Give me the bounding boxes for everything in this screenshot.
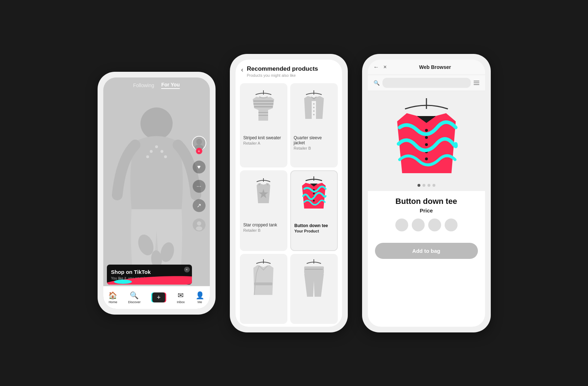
svg-point-9 [196, 139, 202, 144]
shop-banner[interactable]: × Shop on TikTok You like it, you want i… [107, 265, 192, 285]
sweater-retailer: Retailer A [243, 141, 284, 145]
product-card-pants[interactable] [290, 254, 338, 324]
browser-menu-icon[interactable] [474, 81, 479, 85]
color-swatch-4[interactable] [445, 219, 458, 231]
tee-svg [298, 176, 330, 216]
product-card-tee[interactable]: Button down tee Your Product [290, 170, 338, 251]
plus-center: + [152, 292, 165, 302]
nav-create[interactable]: + [151, 292, 166, 302]
sweater-name: Striped knit sweater [243, 135, 284, 140]
product-card-sweater[interactable]: Striped knit sweater Retailer A [240, 83, 287, 167]
tank-svg [250, 178, 277, 212]
jacket-name: Quarter sleeve jacket [294, 135, 334, 145]
color-swatch-2[interactable] [412, 219, 425, 231]
jacket-image [290, 83, 338, 133]
figure-silhouette-svg [110, 95, 203, 291]
comment-button[interactable]: ··· [193, 180, 206, 192]
robe-info [240, 304, 287, 310]
nav-home[interactable]: 🏠 Home [108, 291, 117, 304]
tab-foryou[interactable]: For You [161, 82, 180, 89]
tee-name: Button down tee [295, 223, 333, 228]
tee-info: Button down tee Your Product [291, 221, 337, 237]
nav-discover-label: Discover [128, 300, 140, 304]
product-card-robe[interactable] [240, 254, 287, 324]
tank-name: Star cropped tank [243, 222, 284, 227]
jacket-svg [299, 90, 329, 126]
reco-title-block: Recommended products Products you might … [247, 65, 336, 77]
browser-close-button[interactable]: × [384, 64, 387, 70]
reco-back-button[interactable]: ‹ [241, 66, 243, 74]
color-swatch-3[interactable] [428, 219, 441, 231]
svg-point-21 [313, 107, 315, 108]
color-swatch-1[interactable] [395, 219, 408, 231]
browser-url-input[interactable] [382, 78, 471, 88]
nav-me[interactable]: 👤 Me [196, 291, 204, 304]
reco-subtitle: Products you might also like [247, 73, 336, 77]
product-large-image [387, 98, 466, 184]
browser-screen: ← × Web Browser 🔍 [368, 60, 485, 327]
reco-screen: ‹ Recommended products Products you migh… [236, 60, 342, 327]
products-grid: Striped knit sweater Retailer A [236, 80, 342, 327]
svg-point-30 [313, 200, 315, 201]
tee-image [291, 171, 337, 221]
video-avatar [193, 218, 206, 231]
follow-plus-badge[interactable]: + [196, 147, 202, 154]
browser-back-button[interactable]: ← [374, 64, 379, 70]
tank-retailer: Retailer B [243, 228, 284, 232]
nav-me-label: Me [198, 300, 202, 304]
dot-1[interactable] [417, 184, 420, 187]
add-to-bag-button[interactable]: Add to bag [375, 243, 478, 259]
inbox-icon: ✉ [178, 291, 184, 300]
pants-info [290, 304, 338, 310]
create-button[interactable]: + [151, 292, 166, 302]
nav-home-label: Home [109, 300, 117, 304]
menu-bar-3 [474, 84, 479, 85]
browser-address-bar: 🔍 [368, 75, 485, 91]
svg-point-5 [164, 155, 167, 158]
svg-point-39 [425, 143, 428, 146]
nav-discover[interactable]: 🔍 Discover [128, 291, 140, 304]
shop-banner-title: Shop on TikTok [111, 269, 188, 275]
svg-point-20 [313, 103, 315, 105]
tab-following[interactable]: Following [133, 82, 154, 88]
dot-3[interactable] [428, 184, 430, 187]
nav-inbox[interactable]: ✉ Inbox [177, 291, 185, 304]
svg-point-22 [313, 110, 315, 112]
svg-point-11 [197, 221, 201, 225]
tiktok-phone: Following For You [98, 72, 216, 315]
pants-svg [301, 259, 327, 299]
share-button[interactable]: ↗ [193, 199, 206, 212]
avatar-wrap[interactable]: + [192, 136, 206, 154]
sweater-image [240, 83, 287, 133]
reco-phone: ‹ Recommended products Products you migh… [230, 54, 348, 332]
nav-inbox-label: Inbox [177, 300, 185, 304]
svg-rect-34 [304, 266, 324, 274]
banner-close-button[interactable]: × [184, 267, 190, 272]
like-button[interactable]: ♥ [193, 160, 206, 173]
me-icon: 👤 [196, 291, 204, 300]
robe-svg [249, 259, 278, 299]
product-dots [417, 184, 435, 187]
menu-bar-2 [474, 82, 479, 83]
svg-point-12 [196, 226, 202, 230]
reco-title: Recommended products [247, 65, 336, 72]
svg-point-1 [155, 145, 158, 148]
tiktok-screen: Following For You [103, 77, 210, 309]
browser-search-icon: 🔍 [374, 80, 380, 86]
menu-bar-1 [474, 81, 479, 81]
dot-2[interactable] [423, 184, 425, 187]
sweater-info: Striped knit sweater Retailer A [240, 133, 287, 149]
browser-phone: ← × Web Browser 🔍 [362, 54, 491, 332]
tee-retailer: Your Product [295, 229, 333, 233]
tiktok-header: Following For You [103, 77, 210, 92]
svg-point-3 [160, 150, 163, 153]
product-card-jacket[interactable]: Quarter sleeve jacket Retailer B [290, 83, 338, 167]
discover-icon: 🔍 [130, 291, 139, 300]
svg-rect-32 [254, 282, 272, 285]
svg-point-38 [425, 136, 428, 139]
dot-4[interactable] [433, 184, 435, 187]
reco-header: ‹ Recommended products Products you migh… [236, 60, 342, 80]
sweater-svg [248, 90, 279, 126]
product-card-tank[interactable]: Star cropped tank Retailer B [240, 170, 287, 251]
svg-point-23 [313, 114, 315, 115]
